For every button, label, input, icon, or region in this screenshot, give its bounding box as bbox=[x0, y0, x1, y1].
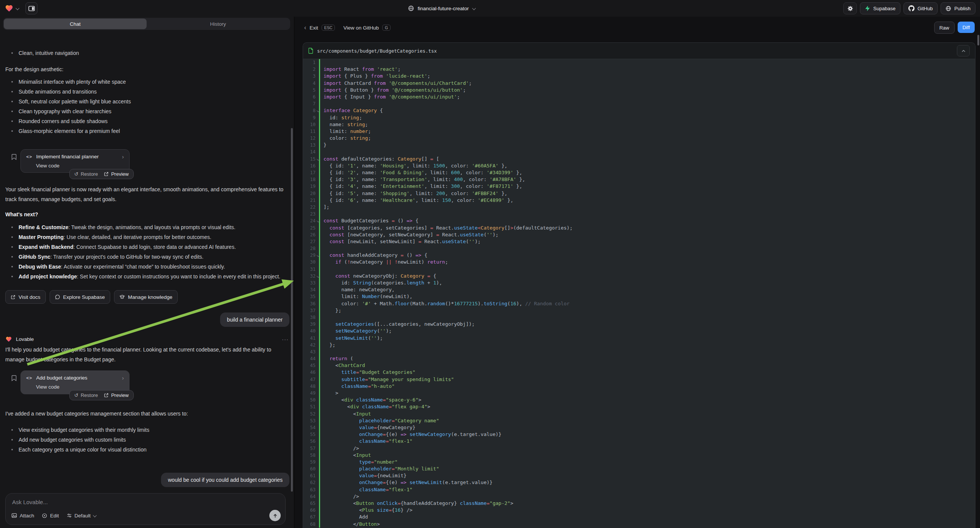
settings-button[interactable] bbox=[843, 2, 857, 14]
project-switcher[interactable]: financial-future-creator bbox=[408, 5, 475, 11]
code-view-panel: ‹ Exit ESC View on GitHub G Raw Diff src… bbox=[294, 17, 980, 528]
external-link-icon bbox=[104, 393, 109, 398]
code-line: 65 <Button onClick={handleAddCategory} c… bbox=[303, 500, 975, 507]
bookmark-icon[interactable] bbox=[11, 154, 17, 173]
chat-scrollbar[interactable] bbox=[291, 128, 293, 491]
preview-button[interactable]: Preview bbox=[104, 393, 129, 398]
bookmark-icon[interactable] bbox=[11, 375, 17, 394]
tab-history[interactable]: History bbox=[146, 19, 290, 29]
explore-supabase-button[interactable]: Explore Supabase bbox=[49, 290, 110, 304]
logo-chevron-down-icon[interactable] bbox=[16, 6, 19, 10]
code-line: 67 Add bbox=[303, 514, 975, 520]
bullet-icon bbox=[11, 266, 13, 267]
code-line: 47 subtitle="Manage your spending limits… bbox=[303, 376, 975, 383]
line-number: 18 bbox=[303, 176, 319, 183]
code-line: 38 bbox=[303, 314, 975, 321]
list-item: Subtle animations and transitions bbox=[5, 87, 289, 97]
lovable-logo-heart-icon[interactable] bbox=[5, 4, 14, 13]
list-item: Clean typography with clear hierarchies bbox=[5, 107, 289, 116]
diff-file-card: src/components/budget/BudgetCategories.t… bbox=[303, 43, 975, 528]
code-line: 63 className="flex-1" bbox=[303, 486, 975, 493]
code-line: 23 bbox=[303, 211, 975, 218]
line-number: 7 bbox=[303, 100, 319, 107]
code-line: 31 bbox=[303, 266, 975, 273]
line-number: 39 bbox=[303, 321, 319, 328]
code-line: 10 name: string; bbox=[303, 121, 975, 128]
code-editor[interactable]: 12import React from 'react';3import { Pl… bbox=[303, 59, 975, 528]
mode-selector[interactable]: Default bbox=[67, 513, 96, 518]
toggle-sidebar-button[interactable] bbox=[25, 2, 38, 14]
line-number: 3 bbox=[303, 73, 319, 80]
code-line: 6import { Input } from '@/components/ui/… bbox=[303, 94, 975, 100]
bullet-icon bbox=[11, 121, 13, 122]
esc-key-badge: ESC bbox=[321, 25, 335, 31]
restore-button[interactable]: ↺ Restore bbox=[74, 393, 98, 398]
edit-button[interactable]: Edit bbox=[42, 513, 59, 518]
bullet-icon bbox=[11, 449, 13, 450]
publish-button[interactable]: Publish bbox=[940, 2, 975, 14]
version-card-title: Implement financial planner bbox=[36, 154, 99, 159]
line-number: 65 bbox=[303, 500, 319, 507]
visit-docs-button[interactable]: Visit docs bbox=[5, 290, 46, 304]
view-code-link[interactable]: View code bbox=[36, 384, 124, 390]
code-line: 64 /> bbox=[303, 493, 975, 500]
restore-button[interactable]: ↺ Restore bbox=[74, 171, 98, 177]
code-line: 55 onChange={(e) => setNewCategory(e.tar… bbox=[303, 431, 975, 438]
github-label: GitHub bbox=[918, 6, 933, 11]
bullet-icon bbox=[11, 91, 13, 92]
line-number: 25 bbox=[303, 224, 319, 231]
chevron-down-icon bbox=[93, 513, 97, 517]
bullet-icon bbox=[11, 101, 13, 102]
view-on-github-button[interactable]: View on GitHub G bbox=[343, 25, 391, 31]
design-heading: For the design aesthetic: bbox=[5, 64, 289, 74]
project-chevron-down-icon bbox=[472, 6, 476, 10]
file-header[interactable]: src/components/budget/BudgetCategories.t… bbox=[303, 43, 975, 59]
line-number: 5 bbox=[303, 87, 319, 94]
line-number: 57 bbox=[303, 445, 319, 452]
assistant-paragraph: I've added a new budget categories manag… bbox=[5, 409, 289, 418]
version-card-implement-financial-planner[interactable]: <> Implement financial planner › View co… bbox=[21, 149, 130, 173]
panel-scrollbar[interactable] bbox=[977, 35, 979, 45]
line-number: 8 bbox=[303, 107, 319, 114]
line-number: 52 bbox=[303, 410, 319, 417]
line-number: 22 bbox=[303, 204, 319, 211]
view-code-link[interactable]: View code bbox=[36, 163, 124, 169]
line-number: 34 bbox=[303, 286, 319, 293]
user-message: would be cool if you could add budget ca… bbox=[161, 473, 290, 487]
line-number: 38 bbox=[303, 314, 319, 321]
gear-icon bbox=[847, 5, 853, 12]
exit-button[interactable]: ‹ Exit ESC bbox=[304, 24, 335, 31]
tab-chat[interactable]: Chat bbox=[4, 19, 146, 29]
bullet-icon bbox=[11, 81, 13, 83]
code-line: 12 color: string; bbox=[303, 135, 975, 142]
code-line: 24const BudgetCategories = () => { bbox=[303, 218, 975, 224]
design-bullet-list: Minimalist interface with plenty of whit… bbox=[5, 77, 289, 136]
line-number: 41 bbox=[303, 335, 319, 342]
list-item: Soft, neutral color palette with light b… bbox=[5, 97, 289, 107]
line-number: 30 bbox=[303, 259, 319, 266]
chat-composer[interactable]: Ask Lovable... Attach Edit Default bbox=[5, 493, 286, 525]
raw-toggle-button[interactable]: Raw bbox=[934, 22, 955, 34]
supabase-button[interactable]: Supabase bbox=[860, 2, 900, 14]
preview-button[interactable]: Preview bbox=[104, 171, 129, 177]
arrow-up-icon bbox=[273, 513, 278, 518]
whats-next-list: Refine & Customize: Tweak the design, an… bbox=[5, 222, 289, 281]
more-options-icon[interactable]: ··· bbox=[282, 336, 289, 342]
attach-button[interactable]: Attach bbox=[11, 513, 34, 518]
github-button[interactable]: GitHub bbox=[904, 2, 937, 14]
list-item: GitHub Sync: Transfer your project's cod… bbox=[5, 252, 289, 262]
manage-knowledge-button[interactable]: Manage knowledge bbox=[114, 290, 178, 304]
code-line: 52 <Input bbox=[303, 410, 975, 417]
collapse-file-button[interactable] bbox=[957, 45, 970, 56]
send-button[interactable] bbox=[269, 510, 281, 521]
code-line: 45 <ChartCard bbox=[303, 362, 975, 369]
code-icon: <> bbox=[26, 154, 32, 159]
diff-toggle-button[interactable]: Diff bbox=[958, 22, 975, 33]
line-number: 26 bbox=[303, 231, 319, 238]
code-line: 57 /> bbox=[303, 445, 975, 452]
supabase-bolt-icon bbox=[865, 5, 870, 11]
line-number: 20 bbox=[303, 190, 319, 197]
list-item: Add new budget categories with custom li… bbox=[5, 435, 289, 445]
bullet-icon bbox=[11, 276, 13, 277]
version-card-add-budget-categories[interactable]: <> Add budget categories › View code ↺ R… bbox=[21, 371, 130, 394]
